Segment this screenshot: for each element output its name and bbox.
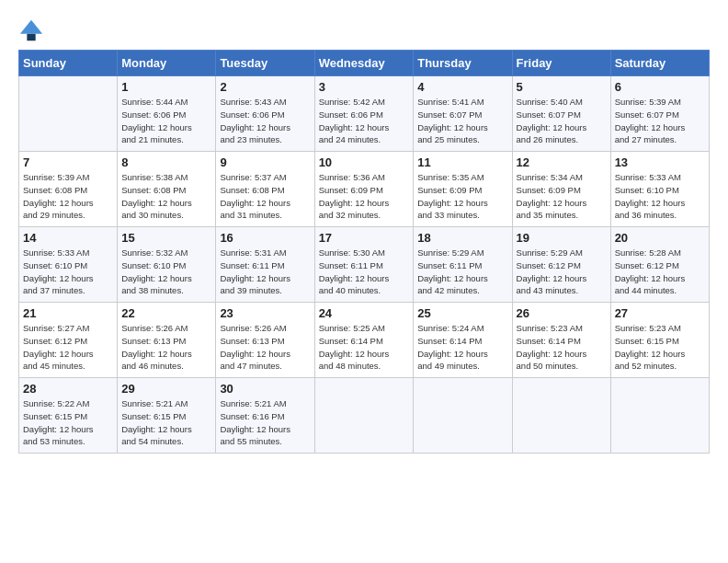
calendar-cell: 21Sunrise: 5:27 AM Sunset: 6:12 PM Dayli… — [19, 303, 118, 378]
calendar-week-row: 21Sunrise: 5:27 AM Sunset: 6:12 PM Dayli… — [19, 303, 710, 378]
day-info: Sunrise: 5:31 AM Sunset: 6:11 PM Dayligh… — [220, 247, 310, 297]
calendar-cell: 20Sunrise: 5:28 AM Sunset: 6:12 PM Dayli… — [610, 227, 709, 303]
calendar-cell: 23Sunrise: 5:26 AM Sunset: 6:13 PM Dayli… — [216, 303, 314, 378]
day-number: 19 — [517, 231, 607, 245]
day-info: Sunrise: 5:39 AM Sunset: 6:08 PM Dayligh… — [23, 171, 113, 222]
day-number: 21 — [23, 306, 113, 320]
day-number: 6 — [615, 80, 705, 94]
calendar-cell: 2Sunrise: 5:43 AM Sunset: 6:06 PM Daylig… — [216, 76, 314, 152]
weekday-header: Tuesday — [216, 51, 314, 76]
calendar-cell: 25Sunrise: 5:24 AM Sunset: 6:14 PM Dayli… — [414, 303, 512, 378]
day-number: 23 — [220, 306, 310, 320]
calendar-week-row: 14Sunrise: 5:33 AM Sunset: 6:10 PM Dayli… — [19, 227, 710, 303]
day-info: Sunrise: 5:41 AM Sunset: 6:07 PM Dayligh… — [417, 96, 507, 146]
day-info: Sunrise: 5:27 AM Sunset: 6:12 PM Dayligh… — [23, 322, 113, 373]
day-info: Sunrise: 5:29 AM Sunset: 6:11 PM Dayligh… — [417, 247, 507, 297]
day-number: 18 — [417, 231, 507, 245]
day-number: 13 — [615, 155, 705, 169]
calendar-cell: 28Sunrise: 5:22 AM Sunset: 6:15 PM Dayli… — [19, 378, 118, 454]
day-number: 12 — [517, 155, 607, 169]
day-number: 26 — [517, 306, 607, 320]
day-number: 20 — [615, 231, 705, 245]
weekday-header: Sunday — [19, 51, 118, 76]
day-number: 17 — [319, 231, 410, 245]
calendar-cell: 10Sunrise: 5:36 AM Sunset: 6:09 PM Dayli… — [314, 152, 414, 227]
day-info: Sunrise: 5:30 AM Sunset: 6:11 PM Dayligh… — [319, 247, 410, 297]
day-number: 25 — [417, 306, 507, 320]
day-info: Sunrise: 5:34 AM Sunset: 6:09 PM Dayligh… — [517, 171, 607, 222]
day-number: 22 — [121, 306, 211, 320]
calendar-cell: 12Sunrise: 5:34 AM Sunset: 6:09 PM Dayli… — [512, 152, 610, 227]
calendar-cell: 1Sunrise: 5:44 AM Sunset: 6:06 PM Daylig… — [118, 76, 216, 152]
calendar-cell: 24Sunrise: 5:25 AM Sunset: 6:14 PM Dayli… — [314, 303, 414, 378]
calendar-cell — [414, 378, 512, 454]
weekday-header: Wednesday — [314, 51, 414, 76]
svg-rect-1 — [27, 34, 35, 40]
day-number: 9 — [220, 155, 310, 169]
day-info: Sunrise: 5:38 AM Sunset: 6:08 PM Dayligh… — [121, 171, 211, 222]
day-info: Sunrise: 5:32 AM Sunset: 6:10 PM Dayligh… — [121, 247, 211, 297]
svg-marker-0 — [20, 20, 42, 34]
day-info: Sunrise: 5:28 AM Sunset: 6:12 PM Dayligh… — [615, 247, 705, 297]
day-number: 27 — [615, 306, 705, 320]
calendar-cell — [610, 378, 709, 454]
day-info: Sunrise: 5:43 AM Sunset: 6:06 PM Dayligh… — [220, 96, 310, 146]
day-info: Sunrise: 5:33 AM Sunset: 6:10 PM Dayligh… — [23, 247, 113, 297]
day-number: 15 — [121, 231, 211, 245]
calendar-cell: 29Sunrise: 5:21 AM Sunset: 6:15 PM Dayli… — [118, 378, 216, 454]
calendar-cell: 27Sunrise: 5:23 AM Sunset: 6:15 PM Dayli… — [610, 303, 709, 378]
calendar-cell: 16Sunrise: 5:31 AM Sunset: 6:11 PM Dayli… — [216, 227, 314, 303]
calendar-cell: 19Sunrise: 5:29 AM Sunset: 6:12 PM Dayli… — [512, 227, 610, 303]
calendar-cell: 6Sunrise: 5:39 AM Sunset: 6:07 PM Daylig… — [610, 76, 709, 152]
day-number: 1 — [121, 80, 211, 94]
calendar-table: SundayMondayTuesdayWednesdayThursdayFrid… — [18, 50, 710, 454]
day-info: Sunrise: 5:23 AM Sunset: 6:14 PM Dayligh… — [517, 322, 607, 373]
weekday-header-row: SundayMondayTuesdayWednesdayThursdayFrid… — [19, 51, 710, 76]
calendar-cell: 7Sunrise: 5:39 AM Sunset: 6:08 PM Daylig… — [19, 152, 118, 227]
page-header — [18, 18, 710, 44]
day-info: Sunrise: 5:42 AM Sunset: 6:06 PM Dayligh… — [319, 96, 410, 146]
day-info: Sunrise: 5:44 AM Sunset: 6:06 PM Dayligh… — [121, 96, 211, 146]
day-number: 24 — [319, 306, 410, 320]
logo — [18, 18, 46, 44]
day-number: 5 — [517, 80, 607, 94]
calendar-cell: 15Sunrise: 5:32 AM Sunset: 6:10 PM Dayli… — [118, 227, 216, 303]
weekday-header: Saturday — [610, 51, 709, 76]
day-number: 30 — [220, 382, 310, 396]
calendar-cell — [19, 76, 118, 152]
calendar-cell: 30Sunrise: 5:21 AM Sunset: 6:16 PM Dayli… — [216, 378, 314, 454]
calendar-cell: 14Sunrise: 5:33 AM Sunset: 6:10 PM Dayli… — [19, 227, 118, 303]
calendar-cell: 11Sunrise: 5:35 AM Sunset: 6:09 PM Dayli… — [414, 152, 512, 227]
weekday-header: Friday — [512, 51, 610, 76]
day-info: Sunrise: 5:21 AM Sunset: 6:15 PM Dayligh… — [121, 397, 211, 448]
day-number: 14 — [23, 231, 113, 245]
day-number: 11 — [417, 155, 507, 169]
day-info: Sunrise: 5:25 AM Sunset: 6:14 PM Dayligh… — [319, 322, 410, 373]
day-number: 29 — [121, 382, 211, 396]
day-info: Sunrise: 5:24 AM Sunset: 6:14 PM Dayligh… — [417, 322, 507, 373]
calendar-cell: 4Sunrise: 5:41 AM Sunset: 6:07 PM Daylig… — [414, 76, 512, 152]
day-info: Sunrise: 5:21 AM Sunset: 6:16 PM Dayligh… — [220, 397, 310, 448]
day-number: 28 — [23, 382, 113, 396]
day-info: Sunrise: 5:33 AM Sunset: 6:10 PM Dayligh… — [615, 171, 705, 222]
day-info: Sunrise: 5:35 AM Sunset: 6:09 PM Dayligh… — [417, 171, 507, 222]
day-info: Sunrise: 5:40 AM Sunset: 6:07 PM Dayligh… — [517, 96, 607, 146]
calendar-week-row: 1Sunrise: 5:44 AM Sunset: 6:06 PM Daylig… — [19, 76, 710, 152]
calendar-week-row: 7Sunrise: 5:39 AM Sunset: 6:08 PM Daylig… — [19, 152, 710, 227]
day-number: 4 — [417, 80, 507, 94]
calendar-cell — [512, 378, 610, 454]
day-info: Sunrise: 5:29 AM Sunset: 6:12 PM Dayligh… — [517, 247, 607, 297]
calendar-cell: 26Sunrise: 5:23 AM Sunset: 6:14 PM Dayli… — [512, 303, 610, 378]
weekday-header: Monday — [118, 51, 216, 76]
day-number: 2 — [220, 80, 310, 94]
calendar-cell: 3Sunrise: 5:42 AM Sunset: 6:06 PM Daylig… — [314, 76, 414, 152]
day-info: Sunrise: 5:39 AM Sunset: 6:07 PM Dayligh… — [615, 96, 705, 146]
day-number: 3 — [319, 80, 410, 94]
calendar-cell: 17Sunrise: 5:30 AM Sunset: 6:11 PM Dayli… — [314, 227, 414, 303]
calendar-cell — [314, 378, 414, 454]
calendar-cell: 5Sunrise: 5:40 AM Sunset: 6:07 PM Daylig… — [512, 76, 610, 152]
day-number: 7 — [23, 155, 113, 169]
day-number: 16 — [220, 231, 310, 245]
day-info: Sunrise: 5:22 AM Sunset: 6:15 PM Dayligh… — [23, 397, 113, 448]
calendar-week-row: 28Sunrise: 5:22 AM Sunset: 6:15 PM Dayli… — [19, 378, 710, 454]
